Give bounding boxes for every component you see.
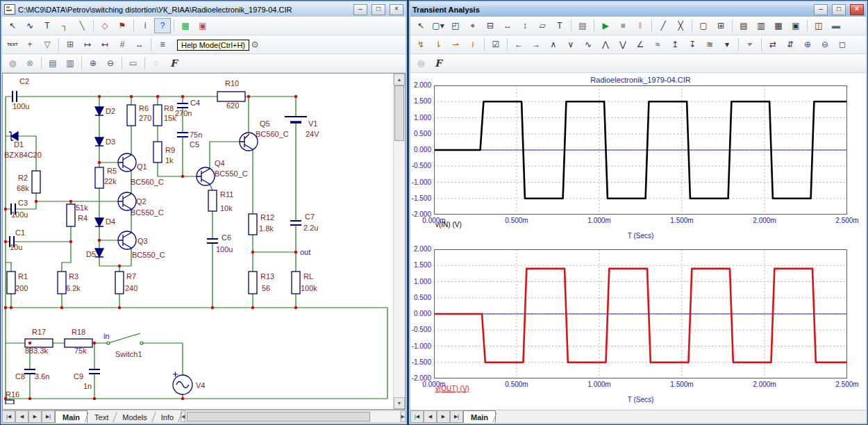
schematic-label-R17[interactable]: R17 [32, 328, 46, 336]
global-high-icon[interactable]: ↥ [667, 37, 683, 52]
tab-text[interactable]: Text [87, 410, 115, 423]
sources[interactable] [173, 117, 307, 394]
schematic-label-V1[interactable]: V1 [308, 119, 317, 128]
help-tool[interactable]: ? [154, 18, 171, 33]
scroll-up-button[interactable]: ▲ [394, 74, 405, 85]
schematic-label-C7[interactable]: C7 [305, 212, 315, 221]
one-panel-icon[interactable]: ▤ [735, 18, 752, 33]
text-stamp[interactable]: TEXT [4, 37, 21, 52]
tab-info[interactable]: Info [154, 410, 181, 423]
schematic-label-51k[interactable]: 51k [76, 203, 88, 212]
peak-icon[interactable]: ∧ [545, 37, 562, 52]
panel-box-icon[interactable]: ▭ [125, 56, 142, 71]
pattern-icon[interactable]: ≡ [154, 37, 171, 52]
schematic-hscrollbar[interactable]: ◀ ▶ [181, 410, 406, 423]
status-circle-icon[interactable]: ◎ [412, 56, 429, 71]
schematic-label-R9[interactable]: R9 [165, 146, 175, 154]
schematic-vscrollbar[interactable]: ▲ ▼ [393, 74, 405, 409]
tab-nav-button-0[interactable]: |◀ [410, 410, 424, 423]
tab-main[interactable]: Main [463, 410, 496, 423]
schematic-label-C4[interactable]: C4 [190, 99, 200, 107]
diagonal-wire-tool[interactable]: ╲ [74, 18, 90, 33]
marker-tool[interactable]: ╳ [672, 18, 689, 33]
schematic-label-in[interactable]: in [103, 332, 110, 340]
node-numbers-icon[interactable]: # [114, 37, 131, 52]
select-tool[interactable]: ↖ [412, 18, 429, 33]
close-button[interactable]: × [390, 4, 403, 15]
global-low-icon[interactable]: ↧ [684, 37, 701, 52]
schematic-label-240[interactable]: 240 [125, 284, 137, 292]
copy-page-icon[interactable]: ▤ [44, 56, 61, 71]
marker-tool[interactable]: ▽ [39, 37, 56, 52]
right-titlebar[interactable]: Transient Analysis – □ × [410, 2, 866, 17]
schematic-label-R16[interactable]: R16 [6, 390, 19, 399]
schematic-label-D5[interactable]: D5 [86, 250, 96, 258]
select-tool[interactable]: ↖ [4, 18, 21, 33]
schematic-label-24V[interactable]: 24V [306, 130, 319, 138]
zoom-out-button[interactable]: ⊖ [817, 37, 833, 52]
schematic-label-6.2k[interactable]: 6.2k [66, 284, 81, 292]
schematic-label-C1[interactable]: C1 [15, 228, 25, 237]
slope-icon[interactable]: ∠ [632, 37, 649, 52]
schematic-label-C6[interactable]: C6 [222, 233, 231, 242]
properties-button[interactable]: ▤ [574, 18, 591, 33]
schematic-label-68k[interactable]: 68k [17, 184, 29, 192]
pause-button[interactable]: ‖ [632, 18, 649, 33]
hscroll-track[interactable] [185, 410, 400, 423]
schematic-label-R3[interactable]: R3 [69, 272, 78, 281]
schematic-label-R7[interactable]: R7 [126, 272, 136, 281]
help-circle-icon[interactable]: ◍ [4, 56, 21, 71]
polygon-tool[interactable]: ▱ [534, 18, 551, 33]
o-icon[interactable]: ◌ [148, 56, 165, 71]
copy-clipboard-icon[interactable]: ▥ [62, 56, 78, 71]
zoom-in-button[interactable]: ⊕ [85, 56, 101, 71]
scroll-down-button[interactable]: ▼ [394, 397, 405, 409]
schematic-label-22k[interactable]: 22k [104, 177, 117, 185]
schematic-label-10u[interactable]: 10u [10, 243, 22, 251]
series-label-vin[interactable]: v(IN) (V) [435, 221, 462, 228]
plot-area[interactable]: 2.0001.5001.0000.5000.000-0.500-1.000-1.… [410, 73, 866, 410]
width-icon[interactable]: ↔ [131, 37, 148, 52]
vscroll-thumb[interactable] [394, 85, 404, 141]
schematic-label-BC560_C[interactable]: BC560_C [256, 130, 289, 138]
pin-tool[interactable]: + [22, 37, 38, 52]
transistors[interactable] [118, 133, 258, 249]
schematic-label-out[interactable]: out [300, 248, 310, 256]
cursor-right-icon[interactable]: → [528, 37, 544, 52]
minimize-button[interactable]: – [814, 4, 828, 15]
three-panel-icon[interactable]: ▦ [770, 18, 787, 33]
back-icon[interactable]: ↤ [97, 37, 113, 52]
schematic-label-270[interactable]: 270 [139, 114, 151, 122]
probe-lead-icon[interactable]: ⇀ [447, 37, 464, 52]
schematic-label-C5[interactable]: C5 [190, 140, 199, 149]
object-menu[interactable]: ▢▾ [430, 18, 446, 33]
zoom-out-button[interactable]: ⊖ [102, 56, 119, 71]
graphics-tool[interactable]: ◇ [97, 18, 113, 33]
schematic-label-BZX84C20[interactable]: BZX84C20 [4, 151, 42, 159]
schematic-label-1n[interactable]: 1n [83, 382, 92, 390]
schematic-label-Q2[interactable]: Q2 [136, 197, 147, 206]
schematic-label-200[interactable]: 200 [15, 284, 28, 292]
schematic-label-2.2u[interactable]: 2.2u [303, 224, 318, 232]
tag-y-icon[interactable]: ⇵ [782, 37, 799, 52]
schematic-label-Q4[interactable]: Q4 [215, 159, 225, 167]
schematic-label-R18[interactable]: R18 [72, 328, 85, 336]
p-key-button[interactable]: 'P' [742, 37, 758, 52]
schematic-label-56[interactable]: 56 [262, 284, 270, 292]
probe-wave-icon[interactable]: ≀ [465, 37, 481, 52]
tab-nav-button-3[interactable]: ▶| [42, 410, 55, 423]
schematic-label-883.3k[interactable]: 883.3k [25, 347, 49, 355]
schematic-label-Q1[interactable]: Q1 [137, 162, 147, 171]
probe-voltage-icon[interactable]: ↯ [412, 37, 429, 52]
font-button[interactable]: F [430, 56, 446, 71]
tab-nav-button-2[interactable]: ▶ [28, 410, 42, 423]
schematic-label-100u[interactable]: 100u [11, 210, 28, 219]
cursor-mode[interactable]: ⌖ [465, 18, 481, 33]
grid-button[interactable]: ⊞ [712, 18, 729, 33]
region-tool[interactable]: ▢ [695, 18, 712, 33]
schematic-label-3.6n[interactable]: 3.6n [35, 372, 49, 381]
valley-icon[interactable]: ∨ [562, 37, 579, 52]
tab-main[interactable]: Main [55, 410, 87, 423]
schematic-label-R4[interactable]: R4 [78, 214, 87, 222]
schematic-label-1k[interactable]: 1k [165, 156, 174, 165]
